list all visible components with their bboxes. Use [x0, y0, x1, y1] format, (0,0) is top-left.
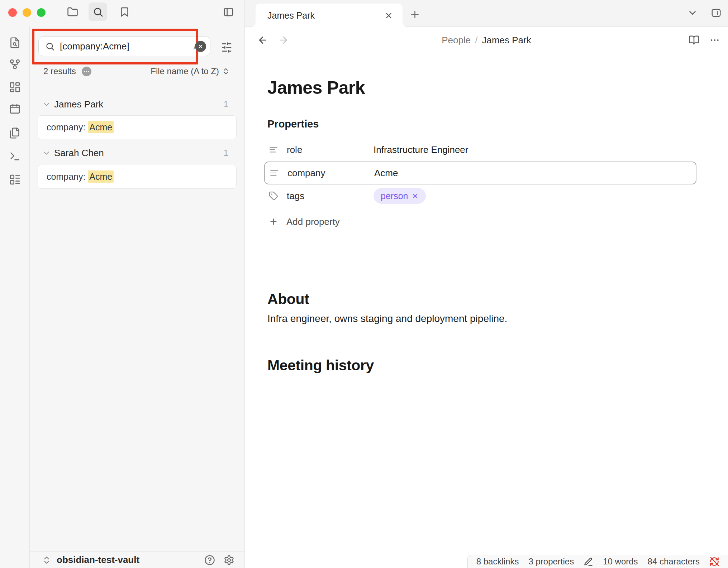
- ribbon: [0, 26, 30, 568]
- chevron-down-icon: [42, 149, 51, 158]
- plus-icon: [269, 217, 278, 226]
- clear-search-button[interactable]: [195, 41, 206, 52]
- search-match[interactable]: company: Acme: [38, 115, 237, 139]
- tab-james-park[interactable]: James Park: [256, 4, 403, 27]
- file-search-icon: [9, 37, 21, 49]
- settings-button[interactable]: [223, 554, 235, 567]
- remove-tag-icon[interactable]: [412, 193, 419, 199]
- search-query-text[interactable]: [company:Acme]: [60, 41, 188, 52]
- vault-switcher-row: obsidian-test-vault: [30, 552, 245, 568]
- layout-dashboard-icon: [9, 81, 21, 93]
- ribbon-daily-note-button[interactable]: [8, 101, 22, 116]
- vault-name[interactable]: obsidian-test-vault: [57, 554, 203, 565]
- ribbon-templates-button[interactable]: [8, 126, 22, 140]
- layout-list-icon: [9, 174, 21, 186]
- ribbon-file-search-button[interactable]: [8, 35, 22, 50]
- result-group-count: 1: [224, 99, 228, 109]
- section-heading-meeting-history: Meeting history: [267, 357, 374, 374]
- ellipsis-icon: [83, 68, 90, 75]
- sync-error-icon[interactable]: [709, 557, 719, 567]
- add-property-button[interactable]: Add property: [264, 210, 342, 233]
- reading-view-button[interactable]: [687, 33, 701, 47]
- edit-mode-icon[interactable]: [584, 557, 593, 567]
- ribbon-graph-button[interactable]: [8, 57, 22, 72]
- properties-heading: Properties: [267, 118, 319, 130]
- note-title[interactable]: James Park: [267, 77, 365, 98]
- backlinks-status[interactable]: 8 backlinks: [476, 557, 519, 567]
- property-label[interactable]: tags: [287, 191, 373, 202]
- property-value[interactable]: Acme: [374, 168, 398, 179]
- left-sidebar: [company:Acme] Aa 2 results File name (A…: [0, 0, 245, 568]
- result-group-james-park[interactable]: James Park 1: [30, 95, 245, 114]
- new-tab-button[interactable]: [408, 8, 422, 21]
- result-group-sarah-chen[interactable]: Sarah Chen 1: [30, 144, 245, 162]
- help-icon: [204, 555, 215, 565]
- tag-pill-person[interactable]: person: [373, 188, 426, 204]
- search-match[interactable]: company: Acme: [38, 165, 237, 189]
- property-value[interactable]: Infrastructure Engineer: [373, 144, 468, 155]
- align-left-icon: [269, 145, 278, 154]
- ellipsis-icon: [709, 35, 720, 45]
- tag-icon: [269, 191, 278, 201]
- match-highlight: Acme: [88, 121, 114, 133]
- calendar-icon: [9, 103, 21, 115]
- ribbon-dashboard-button[interactable]: [8, 80, 22, 95]
- match-highlight: Acme: [88, 170, 114, 183]
- breadcrumb: People / James Park: [245, 27, 728, 53]
- match-text: company: Acme: [47, 122, 114, 133]
- expand-right-sidebar-button[interactable]: [709, 6, 723, 20]
- more-options-button[interactable]: [708, 33, 722, 47]
- note-header: People / James Park: [245, 27, 728, 53]
- character-count-status: 84 characters: [648, 557, 700, 567]
- panel-right-icon: [711, 8, 722, 18]
- results-divider: [30, 86, 245, 86]
- word-count-status: 10 words: [603, 557, 638, 567]
- property-row-company[interactable]: company Acme: [264, 162, 696, 184]
- search-input[interactable]: [company:Acme] Aa: [38, 36, 210, 56]
- search-info-badge[interactable]: [82, 67, 91, 76]
- results-count: 2 results: [43, 66, 76, 76]
- terminal-icon: [9, 150, 21, 162]
- help-button[interactable]: [203, 554, 216, 567]
- search-icon: [45, 42, 55, 51]
- breadcrumb-current: James Park: [482, 35, 531, 46]
- graph-icon: [9, 58, 21, 70]
- book-open-icon: [689, 35, 699, 45]
- chevrons-up-down-icon: [42, 555, 51, 565]
- main-pane: James Park People: [245, 0, 728, 568]
- property-label[interactable]: company: [287, 168, 374, 179]
- chevrons-up-down-icon: [222, 67, 230, 75]
- results-header: 2 results File name (A to Z): [30, 63, 245, 80]
- result-group-title: James Park: [54, 99, 224, 110]
- status-bar: 8 backlinks 3 properties 10 words 84 cha…: [467, 555, 728, 568]
- search-panel: [company:Acme] Aa 2 results File name (A…: [30, 0, 245, 568]
- align-left-icon: [270, 168, 279, 178]
- sliders-icon: [221, 42, 232, 53]
- tab-close-button[interactable]: [382, 9, 395, 21]
- result-group-count: 1: [224, 148, 228, 158]
- ribbon-layout-list-button[interactable]: [8, 172, 22, 187]
- property-row-tags[interactable]: tags person: [264, 184, 696, 207]
- section-heading-about: About: [267, 291, 309, 308]
- property-label[interactable]: role: [287, 144, 373, 155]
- tab-title: James Park: [267, 10, 382, 21]
- close-icon: [198, 44, 203, 49]
- tab-list-button[interactable]: [686, 6, 699, 20]
- property-row-role[interactable]: role Infrastructure Engineer: [264, 138, 696, 161]
- match-text: company: Acme: [47, 172, 114, 182]
- obsidian-window: [company:Acme] Aa 2 results File name (A…: [0, 0, 728, 568]
- plus-icon: [409, 9, 420, 20]
- sort-label: File name (A to Z): [151, 66, 219, 76]
- close-icon: [384, 11, 393, 20]
- chevron-down-icon: [42, 100, 51, 109]
- sort-order-button[interactable]: File name (A to Z): [148, 66, 232, 77]
- about-paragraph[interactable]: Infra engineer, owns staging and deploym…: [267, 313, 507, 324]
- result-group-title: Sarah Chen: [54, 148, 224, 159]
- traffic-light-close[interactable]: [8, 8, 17, 17]
- ribbon-terminal-button[interactable]: [8, 149, 22, 164]
- copy-files-icon: [9, 127, 21, 139]
- tag-pill-label: person: [381, 191, 408, 201]
- breadcrumb-folder[interactable]: People: [442, 35, 471, 46]
- properties-status[interactable]: 3 properties: [528, 557, 574, 567]
- search-settings-button[interactable]: [219, 39, 234, 55]
